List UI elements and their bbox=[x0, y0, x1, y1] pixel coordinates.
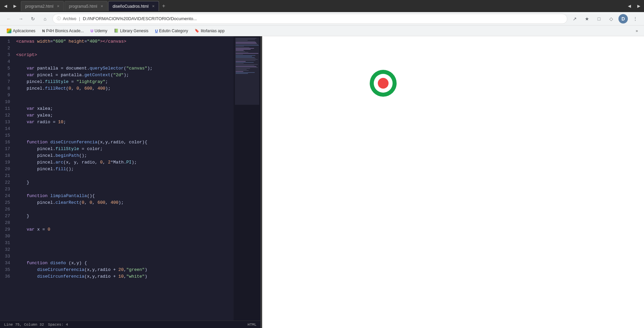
tab-nav-next[interactable]: ▶ bbox=[11, 2, 19, 10]
tab-programa5[interactable]: programa5.html ✕ bbox=[65, 1, 108, 11]
tab-close-programa5[interactable]: ✕ bbox=[100, 4, 103, 8]
tab-close-programa2[interactable]: ✕ bbox=[57, 4, 59, 8]
code-line-25: pincel.clearRect(0, 0, 600, 400); bbox=[16, 199, 234, 206]
bookmark-favicon-edutin: U bbox=[155, 29, 158, 33]
code-line-8: pincel.fillRect(0, 0, 600, 400); bbox=[16, 85, 234, 92]
minimize-button[interactable]: □ bbox=[594, 14, 604, 24]
code-line-5: var pantalla = document.querySelector("c… bbox=[16, 65, 234, 72]
minimap-line-35 bbox=[236, 72, 255, 73]
tab-programa2[interactable]: programa2.html ✕ bbox=[21, 1, 64, 11]
line-number-25: 25 bbox=[3, 199, 10, 206]
code-content[interactable]: <canvas width="600" height="400"></canva… bbox=[13, 36, 234, 321]
editor-code-area[interactable]: 1234567891011121314151617181920212223242… bbox=[0, 36, 260, 321]
line-number-22: 22 bbox=[3, 179, 10, 186]
tab-disenoCuadros[interactable]: diseñoCuadros.html ✕ bbox=[108, 1, 159, 11]
line-number-12: 12 bbox=[3, 112, 10, 119]
minimap-line-2 bbox=[236, 39, 255, 40]
code-editor: 1234567891011121314151617181920212223242… bbox=[0, 36, 260, 328]
bookmark-udemy[interactable]: U Udemy bbox=[88, 28, 110, 34]
code-line-35: diseCircunferencia(x,y,radio + 20,"green… bbox=[16, 267, 234, 273]
address-field[interactable]: ⓘ Archivo | D:/INFORMACION%20DAVID/ESCRI… bbox=[52, 14, 567, 24]
security-icon: ⓘ bbox=[57, 16, 61, 21]
circle-inner-red bbox=[378, 78, 389, 89]
line-number-29: 29 bbox=[3, 226, 10, 233]
code-line-19: pincel.arc(x, y, radio, 0, 2*Math.PI); bbox=[16, 159, 234, 166]
tab-scroll-right[interactable]: ▶ bbox=[635, 2, 643, 10]
tab-close-disenoCuadros[interactable]: ✕ bbox=[152, 4, 155, 8]
bookmark-label-edutin: Edutin Category bbox=[159, 29, 188, 33]
bookmark-libgen[interactable]: 📗 Library Genesis bbox=[111, 28, 151, 34]
line-number-34: 34 bbox=[3, 260, 10, 267]
tab-label: diseñoCuadros.html bbox=[113, 4, 149, 9]
code-line-24: function limpiaPantalla(){ bbox=[16, 193, 234, 199]
minimap-line-22 bbox=[236, 59, 258, 60]
line-number-8: 8 bbox=[3, 85, 10, 92]
code-line-14 bbox=[16, 126, 234, 132]
minimap-line-36 bbox=[236, 73, 248, 74]
bookmark-favicon-apps bbox=[7, 29, 11, 33]
code-line-13: var radio = 10; bbox=[16, 119, 234, 126]
line-number-17: 17 bbox=[3, 146, 10, 152]
line-number-30: 30 bbox=[3, 233, 10, 240]
code-line-22: } bbox=[16, 179, 234, 186]
url-text: D:/INFORMACION%20DAVID/ESCRITORIO/Docume… bbox=[83, 16, 563, 21]
bookmarks-more-button[interactable]: » bbox=[634, 28, 640, 34]
profile-avatar[interactable]: D bbox=[618, 14, 628, 24]
line-number-1: 1 bbox=[3, 38, 10, 45]
forward-button[interactable]: → bbox=[16, 14, 26, 24]
minimap bbox=[234, 36, 260, 321]
code-line-26 bbox=[16, 206, 234, 213]
bookmark-button[interactable]: ★ bbox=[582, 14, 592, 24]
minimap-line-6 bbox=[236, 43, 257, 44]
bookmark-label-aplicaciones: Aplicaciones bbox=[13, 29, 35, 33]
line-number-16: 16 bbox=[3, 139, 10, 146]
minimap-line-12 bbox=[236, 49, 251, 50]
code-line-18: pincel.beginPath(); bbox=[16, 152, 234, 159]
minimap-line-33 bbox=[236, 70, 249, 71]
line-number-13: 13 bbox=[3, 119, 10, 126]
new-tab-button[interactable]: + bbox=[160, 2, 168, 10]
share-button[interactable]: ↗ bbox=[570, 14, 579, 24]
home-button[interactable]: ⌂ bbox=[40, 14, 50, 24]
code-line-32 bbox=[16, 246, 234, 253]
minimap-line-25 bbox=[236, 62, 254, 63]
line-number-6: 6 bbox=[3, 72, 10, 79]
code-line-31 bbox=[16, 240, 234, 246]
status-line-col: Line 75, Column 32 bbox=[4, 323, 44, 327]
line-number-5: 5 bbox=[3, 65, 10, 72]
tab-bar: ◀ ▶ programa2.html ✕ programa5.html ✕ di… bbox=[0, 0, 644, 12]
code-line-15 bbox=[16, 132, 234, 139]
target-circle bbox=[370, 70, 397, 97]
minimap-line-28 bbox=[236, 65, 254, 66]
bookmark-aplicaciones[interactable]: Aplicaciones bbox=[4, 28, 38, 34]
bookmark-p4h[interactable]: N P4H Bionics Acade... bbox=[39, 28, 86, 34]
code-line-29: var x = 0 bbox=[16, 226, 234, 233]
line-number-15: 15 bbox=[3, 132, 10, 139]
code-line-10 bbox=[16, 99, 234, 105]
bookmark-favicon-udemy: U bbox=[90, 29, 93, 33]
minimap-line-8 bbox=[236, 45, 259, 46]
bookmark-label-udemy: Udemy bbox=[94, 29, 107, 33]
code-line-27: } bbox=[16, 213, 234, 220]
line-number-18: 18 bbox=[3, 152, 10, 159]
minimap-line-4 bbox=[236, 41, 255, 42]
line-number-31: 31 bbox=[3, 240, 10, 246]
bookmark-litofanias[interactable]: 🔖 litofanias app bbox=[192, 28, 227, 34]
back-button[interactable]: ← bbox=[4, 14, 13, 24]
code-line-21 bbox=[16, 173, 234, 179]
code-line-9 bbox=[16, 92, 234, 99]
code-line-6: var pincel = pantalla.getContext("2d"); bbox=[16, 72, 234, 79]
bookmark-edutin[interactable]: U Edutin Category bbox=[152, 28, 191, 34]
menu-button[interactable]: ⋮ bbox=[631, 14, 640, 24]
extensions-button[interactable]: ◇ bbox=[606, 14, 616, 24]
tab-nav-prev[interactable]: ◀ bbox=[1, 2, 9, 10]
refresh-button[interactable]: ↻ bbox=[28, 14, 38, 24]
minimap-line-3 bbox=[236, 40, 248, 41]
code-line-4 bbox=[16, 58, 234, 65]
code-line-2 bbox=[16, 45, 234, 52]
minimap-line-31 bbox=[236, 68, 250, 69]
line-number-24: 24 bbox=[3, 193, 10, 199]
tab-scroll-left[interactable]: ◀ bbox=[625, 2, 633, 10]
minimap-line-1 bbox=[236, 38, 256, 39]
line-number-23: 23 bbox=[3, 186, 10, 193]
